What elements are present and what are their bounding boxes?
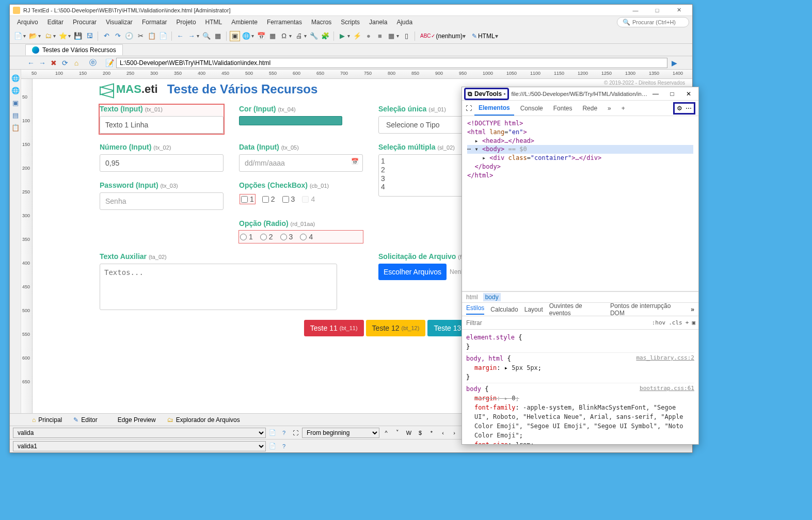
button-teste12[interactable]: Teste 12 (bt_12) xyxy=(366,320,426,336)
doc-tab-active[interactable]: Testes de Vários Recursos xyxy=(25,44,123,55)
checkbox-1[interactable] xyxy=(241,196,248,203)
radio-2[interactable] xyxy=(260,234,267,240)
radio-3[interactable] xyxy=(280,234,287,240)
find-wild-icon[interactable]: * xyxy=(427,428,436,437)
bolt-icon[interactable]: ⚡ xyxy=(352,31,362,41)
radio-4[interactable] xyxy=(300,234,307,240)
stab-estilos[interactable]: Estilos xyxy=(466,304,484,315)
stab-breakpoints[interactable]: Pontos de interrupção DOM xyxy=(610,302,684,317)
file-choose-button[interactable]: Escolher Arquivos xyxy=(378,264,447,280)
record-icon[interactable]: ● xyxy=(363,31,374,41)
input-password[interactable] xyxy=(100,192,224,210)
gutter-globe2-icon[interactable]: 🌐 xyxy=(11,86,20,94)
chars-icon[interactable]: ▦ xyxy=(267,31,278,41)
find-next-icon[interactable]: › xyxy=(450,428,459,437)
search-input[interactable] xyxy=(632,19,683,25)
gutter-window-icon[interactable]: ▣ xyxy=(11,99,20,107)
find-help-icon[interactable]: ? xyxy=(279,428,289,437)
open-folder-icon[interactable]: 📂 xyxy=(28,31,38,41)
menu-ambiente[interactable]: Ambiente xyxy=(227,18,262,27)
gutter-globe-icon[interactable]: 🌐 xyxy=(11,74,20,82)
menu-visualizar[interactable]: Visualizar xyxy=(102,18,137,27)
tab-explorer[interactable]: 🗂Explorador de Arquivos xyxy=(162,414,246,426)
menu-procurar[interactable]: Procurar xyxy=(69,18,101,27)
gear-icon[interactable]: ⚙ xyxy=(677,105,682,112)
folders-icon[interactable]: 🗂 xyxy=(43,31,53,41)
devtools-styles-rules[interactable]: element.style {} mas_library.css:2 body,… xyxy=(462,330,698,444)
tab-fontes[interactable]: Fontes xyxy=(549,102,577,115)
nav-home-icon[interactable]: ⌂ xyxy=(72,58,81,68)
devtools-dom-tree[interactable]: <!DOCTYPE html> <html lang="en"> ▸ <head… xyxy=(462,116,698,291)
url-input[interactable] xyxy=(116,58,667,68)
close-button[interactable]: ✕ xyxy=(668,6,689,15)
maximize-button[interactable]: □ xyxy=(647,6,667,15)
back-arrow-icon[interactable]: ← xyxy=(175,31,185,41)
device-toggle-icon[interactable]: ▣ xyxy=(692,319,695,326)
checkbox-2[interactable] xyxy=(262,196,269,203)
find-word-icon[interactable]: W xyxy=(404,428,413,437)
favorites-icon[interactable]: ⭐ xyxy=(58,31,68,41)
menu-formatar[interactable]: Formatar xyxy=(138,18,171,27)
replace-new-icon[interactable]: 📄 xyxy=(268,442,277,451)
play-icon[interactable]: ▶ xyxy=(337,31,347,41)
panel-icon[interactable]: ▯ xyxy=(401,31,411,41)
find-input-1[interactable]: valida xyxy=(13,428,266,438)
checkbox-3[interactable] xyxy=(282,196,289,203)
find-scope[interactable]: From beginning xyxy=(302,428,379,438)
add-rule-icon[interactable]: + xyxy=(686,319,689,326)
button-teste11[interactable]: Teste 11 (bt_11) xyxy=(304,320,364,336)
layout-icon[interactable]: ▦ xyxy=(386,31,396,41)
redo-icon[interactable]: ↷ xyxy=(113,31,123,41)
menu-macros[interactable]: Macros xyxy=(307,18,336,27)
menu-ajuda[interactable]: Ajuda xyxy=(392,18,417,27)
edit-doc-icon[interactable]: 📝 xyxy=(105,58,114,68)
tab-rede[interactable]: Rede xyxy=(578,102,601,115)
globe-icon[interactable]: 🌐 xyxy=(241,31,251,41)
nav-refresh-icon[interactable]: ⟳ xyxy=(60,58,70,68)
tab-elementos[interactable]: Elementos xyxy=(474,101,514,116)
nav-back-icon[interactable]: ← xyxy=(26,58,36,68)
search-box[interactable]: 🔍 xyxy=(617,17,689,27)
history-icon[interactable]: 🕘 xyxy=(124,31,134,41)
select-tool-icon[interactable]: ▣ xyxy=(230,31,240,41)
input-tx02[interactable] xyxy=(100,154,224,172)
find-new-icon[interactable]: 📄 xyxy=(268,428,277,437)
cls-toggle[interactable]: .cls xyxy=(668,319,682,326)
stab-calculado[interactable]: Calculado xyxy=(490,306,518,313)
find-up-icon[interactable]: ^ xyxy=(381,428,391,437)
src-link-1[interactable]: mas_library.css:2 xyxy=(636,354,694,363)
go-icon[interactable]: ▶ xyxy=(670,58,679,68)
grid-icon[interactable]: ▦ xyxy=(213,31,223,41)
gutter-clipboard-icon[interactable]: 📋 xyxy=(11,123,20,132)
lang-combo-2[interactable]: ✎ HTML▾ xyxy=(470,32,501,40)
lang-combo-1[interactable]: ABC✓ (nenhum)▾ xyxy=(418,32,469,40)
calendar-icon[interactable]: 📅 xyxy=(351,158,359,165)
input-date[interactable] xyxy=(239,154,363,172)
dt-close-button[interactable]: ✕ xyxy=(681,90,696,98)
replace-help-icon[interactable]: ? xyxy=(279,442,289,451)
stab-ouvintes[interactable]: Ouvintes de eventos xyxy=(549,302,604,317)
copy-icon[interactable]: 📋 xyxy=(147,31,157,41)
styles-filter-input[interactable] xyxy=(462,319,649,327)
gutter-panel-icon[interactable]: ▤ xyxy=(11,111,20,119)
puzzle-icon[interactable]: 🧩 xyxy=(320,31,330,41)
menu-arquivo[interactable]: Arquivo xyxy=(13,18,42,27)
save-icon[interactable]: 💾 xyxy=(73,31,83,41)
find-regex-icon[interactable]: $ xyxy=(416,428,425,437)
cut-icon[interactable]: ✂ xyxy=(135,31,146,41)
paste-icon[interactable]: 📄 xyxy=(158,31,168,41)
nav-stop-icon[interactable]: ✖ xyxy=(49,58,58,68)
ie-icon[interactable]: ⓔ xyxy=(88,58,98,68)
tab-more-icon[interactable]: » xyxy=(603,102,615,115)
stop-icon[interactable]: ■ xyxy=(375,31,385,41)
input-tx01[interactable] xyxy=(100,116,224,134)
find-opts-icon[interactable]: ⛶ xyxy=(291,428,300,437)
edge-browser-icon[interactable] xyxy=(681,59,689,67)
tab-principal[interactable]: ⌂Principal xyxy=(26,414,68,426)
menu-html[interactable]: HTML xyxy=(201,18,227,27)
minimize-button[interactable]: — xyxy=(625,6,646,15)
undo-icon[interactable]: ↶ xyxy=(101,31,112,41)
stab-layout[interactable]: Layout xyxy=(524,306,543,313)
nav-fwd-icon[interactable]: → xyxy=(38,58,47,68)
find-input-2[interactable]: valida1 xyxy=(13,441,266,451)
